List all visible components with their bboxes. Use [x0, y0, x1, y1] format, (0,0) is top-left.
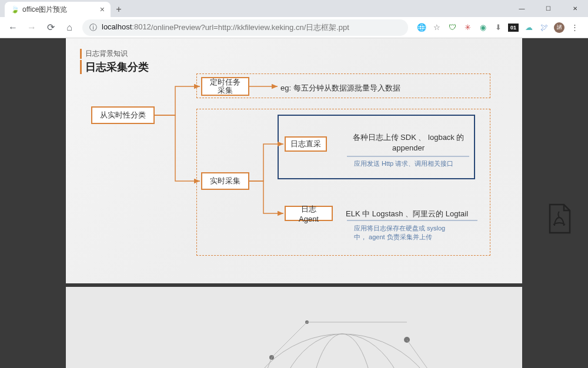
content-viewport: 日志背景知识 日志采集分类 从实时性分类 定时任务采集 eg: 每五分钟从数据源… — [0, 38, 588, 368]
extensions-area: 🌐 ☆ 🛡 ✳ ◉ ⬇ 01 ☁ 🕊 諸 ⋮ — [413, 22, 583, 33]
box-timed: 定时任务采集 — [201, 77, 249, 96]
back-button[interactable]: ← — [5, 19, 21, 36]
timed-example: eg: 每五分钟从数据源批量导入数据 — [280, 83, 400, 93]
slide-1: 日志背景知识 日志采集分类 从实时性分类 定时任务采集 eg: 每五分钟从数据源… — [66, 38, 522, 283]
shield-icon[interactable]: 🛡 — [447, 22, 457, 33]
site-info-icon[interactable]: ⓘ — [89, 22, 97, 33]
ext-icon-2[interactable]: ◉ — [477, 22, 488, 33]
agent-note: 应用将日志保存在硬盘或 syslog 中， agent 负责采集并上传 — [354, 224, 445, 242]
box-timed-l1: 定时任务 — [210, 78, 240, 86]
tab-close-icon[interactable]: × — [100, 5, 105, 14]
slide-title: 日志采集分类 — [80, 60, 149, 74]
url-path: /onlinePreview?url=http://kkfileview.kek… — [151, 22, 349, 33]
tab-favicon-icon: 🍃 — [11, 5, 19, 14]
url-port: :8012 — [132, 22, 151, 33]
ext-icon-bird[interactable]: 🕊 — [539, 22, 549, 33]
window-minimize[interactable]: — — [509, 0, 535, 17]
svg-point-2 — [236, 334, 448, 368]
pdf-export-button[interactable] — [545, 203, 573, 235]
cloud-icon[interactable]: ☁ — [523, 22, 534, 33]
svg-line-15 — [254, 357, 272, 368]
agent-desc: ELK 中 Logstash 、阿里云的 Logtail — [346, 209, 468, 219]
svg-point-6 — [272, 334, 413, 368]
bookmark-star-icon[interactable]: ☆ — [432, 22, 442, 33]
reload-button[interactable]: ⟳ — [42, 19, 59, 36]
box-direct: 日志直采 — [285, 136, 327, 152]
agent-note-l2: 中， agent 负责采集并上传 — [354, 233, 432, 240]
browser-toolbar: ← → ⟳ ⌂ ⓘ localhost :8012 /onlinePreview… — [0, 17, 588, 38]
box-timed-l2: 采集 — [218, 86, 233, 95]
translate-icon[interactable]: 🌐 — [416, 22, 427, 33]
address-bar[interactable]: ⓘ localhost :8012 /onlinePreview?url=htt… — [82, 19, 408, 36]
agent-note-l1: 应用将日志保存在硬盘或 syslog — [354, 225, 445, 232]
window-maximize[interactable]: ☐ — [535, 0, 562, 17]
box-agent: 日志 Agent — [285, 206, 333, 221]
menu-icon[interactable]: ⋮ — [569, 22, 580, 33]
svg-line-14 — [407, 340, 436, 368]
tab-title: office图片预览 — [22, 5, 67, 15]
avatar-icon[interactable]: 諸 — [554, 22, 564, 33]
browser-tab[interactable]: 🍃 office图片预览 × — [5, 2, 111, 17]
ext-icon-1[interactable]: ✳ — [462, 22, 473, 33]
download-icon[interactable]: ⬇ — [493, 22, 503, 33]
box-root: 从实时性分类 — [91, 106, 155, 124]
slide-subtitle: 日志背景知识 — [80, 49, 149, 59]
svg-line-12 — [272, 322, 307, 357]
window-close[interactable]: ✕ — [562, 0, 588, 17]
home-button[interactable]: ⌂ — [61, 19, 78, 36]
new-tab-button[interactable]: + — [111, 2, 127, 17]
direct-note: 应用发送 Http 请求、调用相关接口 — [354, 159, 453, 168]
svg-point-5 — [307, 334, 377, 368]
forward-button[interactable]: → — [24, 19, 40, 36]
box-realtime: 实时采集 — [201, 172, 249, 190]
direct-desc: 各种日志上传 SDK 、 logback 的appender — [348, 132, 469, 153]
slide-2-partial — [66, 287, 522, 368]
tab-bar: 🍃 office图片预览 × + — [0, 0, 588, 17]
ext-icon-num[interactable]: 01 — [508, 24, 519, 32]
url-host: localhost — [102, 22, 132, 33]
